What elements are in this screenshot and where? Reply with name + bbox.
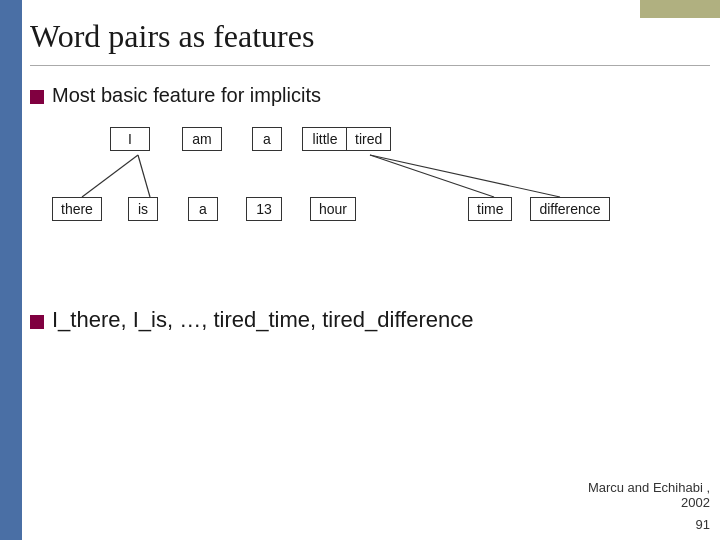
word-box-time: time bbox=[468, 197, 512, 221]
word-box-a-top: a bbox=[252, 127, 282, 151]
word-box-is: is bbox=[128, 197, 158, 221]
word-box-hour: hour bbox=[310, 197, 356, 221]
bullet-icon bbox=[30, 90, 44, 104]
word-box-am: am bbox=[182, 127, 222, 151]
svg-line-0 bbox=[82, 155, 138, 197]
svg-line-2 bbox=[370, 155, 494, 197]
word-box-I: I bbox=[110, 127, 150, 151]
word-box-a-bot: a bbox=[188, 197, 218, 221]
page-title: Word pairs as features bbox=[30, 18, 710, 55]
word-box-13: 13 bbox=[246, 197, 282, 221]
example-text: I_there, I_is, …, tired_time, tired_diff… bbox=[52, 307, 473, 333]
word-box-there: there bbox=[52, 197, 102, 221]
word-box-tired: tired bbox=[346, 127, 391, 151]
word-box-little: little bbox=[302, 127, 348, 151]
section-heading-text: Most basic feature for implicits bbox=[52, 84, 321, 107]
section-heading: Most basic feature for implicits bbox=[30, 84, 710, 107]
citation: Marcu and Echihabi , 2002 bbox=[588, 480, 710, 510]
word-box-difference: difference bbox=[530, 197, 610, 221]
title-rule bbox=[30, 65, 710, 66]
citation-author: Marcu and Echihabi , bbox=[588, 480, 710, 495]
svg-line-3 bbox=[370, 155, 560, 197]
page-number: 91 bbox=[696, 517, 710, 532]
accent-bar bbox=[640, 0, 720, 18]
bullet-icon-2 bbox=[30, 315, 44, 329]
citation-year: 2002 bbox=[588, 495, 710, 510]
svg-line-1 bbox=[138, 155, 150, 197]
diagram-area: I am a little tired there is a 13 hour t… bbox=[30, 127, 710, 287]
sidebar-strip bbox=[0, 0, 22, 540]
example-line: I_there, I_is, …, tired_time, tired_diff… bbox=[30, 307, 710, 333]
